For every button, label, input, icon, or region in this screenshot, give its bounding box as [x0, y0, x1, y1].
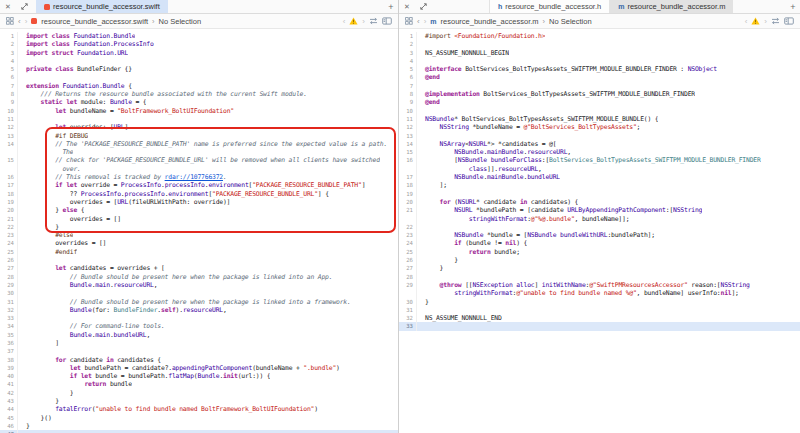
line-number[interactable]: 36	[0, 339, 18, 347]
code-line[interactable]: 38 for candidate in candidates {	[0, 356, 398, 364]
line-number[interactable]: 16	[0, 173, 18, 181]
line-number[interactable]: 44	[0, 405, 18, 413]
code-line[interactable]: 12 NSString *bundleName = @"BoltServices…	[399, 123, 800, 131]
code-line[interactable]: 25 return bundle;	[399, 248, 800, 256]
code-line[interactable]: 36 ]	[0, 339, 398, 347]
code-line[interactable]: 13 #if DEBUG	[0, 132, 398, 140]
code-line[interactable]: 15 // check for 'PACKAGE_RESOURCE_BUNDLE…	[0, 156, 398, 164]
code-line[interactable]: 32 Bundle(for: BundleFinder.self).resour…	[0, 306, 398, 314]
code-line[interactable]: 2	[399, 40, 800, 48]
back-icon[interactable]: ‹	[417, 17, 420, 26]
line-number[interactable]: 8	[399, 90, 417, 98]
code-line[interactable]: 30}	[399, 298, 800, 306]
code-line[interactable]: 10 let bundleName = "BoltFramework_BoltU…	[0, 107, 398, 115]
next-issue-icon[interactable]: ›	[362, 17, 365, 26]
line-number[interactable]: 35	[0, 331, 18, 339]
code-line[interactable]: 34 // For command-line tools.	[0, 322, 398, 330]
breadcrumb-file[interactable]: resource_bundle_accessor.swift	[41, 17, 148, 26]
line-number[interactable]	[0, 165, 18, 173]
close-editor-icon[interactable]: ✕	[0, 0, 16, 13]
line-number[interactable]: 22	[0, 223, 18, 231]
line-number[interactable]: 21	[0, 215, 18, 223]
code-line[interactable]: 3import struct Foundation.URL	[0, 49, 398, 57]
code-line[interactable]: 14 // The 'PACKAGE_RESOURCE_BUNDLE_PATH'…	[0, 140, 398, 148]
code-line[interactable]: 6@end	[399, 73, 800, 81]
code-line[interactable]: 15 NSBundle.mainBundle.resourceURL,	[399, 148, 800, 156]
code-line[interactable]: 42 }	[0, 389, 398, 397]
line-number[interactable]: 26	[0, 256, 18, 264]
code-line[interactable]: 19 overrides = [URL(fileURLWithPath: ove…	[0, 198, 398, 206]
code-line[interactable]: 33	[0, 314, 398, 322]
code-line[interactable]: 39 let bundlePath = candidate?.appending…	[0, 364, 398, 372]
code-line[interactable]: The	[0, 148, 398, 156]
code-line[interactable]: 24 overrides = []	[0, 239, 398, 247]
code-line[interactable]: 8 /// Returns the resource bundle associ…	[0, 90, 398, 98]
line-number[interactable]: 24	[0, 239, 18, 247]
line-number[interactable]: 37	[0, 347, 18, 355]
add-editor-icon[interactable]	[382, 17, 392, 25]
prev-issue-icon[interactable]: ‹	[343, 17, 346, 26]
line-number[interactable]: 3	[0, 49, 18, 57]
line-number[interactable]: 38	[0, 356, 18, 364]
line-number[interactable]: 43	[0, 397, 18, 405]
code-line[interactable]: 16 [NSBundle bundleForClass:[BoltService…	[399, 156, 800, 164]
adjust-editor-options-icon[interactable]	[771, 17, 780, 25]
line-number[interactable]: 9	[0, 98, 18, 106]
line-number[interactable]: 15	[0, 156, 18, 164]
line-number[interactable]: 17	[399, 173, 417, 181]
code-line[interactable]: 23 #else	[0, 231, 398, 239]
code-line[interactable]: 28	[399, 273, 800, 281]
code-line[interactable]: 4	[399, 57, 800, 65]
add-tab-icon[interactable]: +	[384, 0, 398, 13]
line-number[interactable]: 32	[0, 306, 18, 314]
next-issue-icon[interactable]: ›	[764, 17, 767, 26]
code-line[interactable]: 40 if let bundle = bundlePath.flatMap(Bu…	[0, 372, 398, 380]
line-number[interactable]: 29	[0, 281, 18, 289]
code-line[interactable]: 27 }	[399, 264, 800, 272]
line-number[interactable]: 6	[0, 73, 18, 81]
line-number[interactable]: 39	[0, 364, 18, 372]
related-items-icon[interactable]	[6, 17, 14, 25]
line-number[interactable]: 24	[399, 239, 417, 247]
line-number[interactable]: 9	[399, 98, 417, 106]
line-number[interactable]: 1	[399, 32, 417, 40]
current-code-line[interactable]: 33	[399, 322, 800, 330]
add-tab-icon[interactable]: +	[786, 0, 800, 13]
code-line[interactable]: 11	[0, 115, 398, 123]
line-number[interactable]: 34	[0, 322, 18, 330]
line-number[interactable]: 25	[399, 248, 417, 256]
line-number[interactable]: 23	[0, 231, 18, 239]
code-line[interactable]: 32NS_ASSUME_NONNULL_END	[399, 314, 800, 322]
breadcrumb-selection[interactable]: No Selection	[159, 17, 202, 26]
line-number[interactable]: 18	[399, 181, 417, 189]
code-line[interactable]: 5@interface BoltServices_BoltTypesAssets…	[399, 65, 800, 73]
forward-icon[interactable]: ›	[424, 17, 427, 26]
line-number[interactable]: 2	[399, 40, 417, 48]
code-line[interactable]: 19	[399, 190, 800, 198]
warning-icon[interactable]	[349, 17, 358, 25]
line-number[interactable]: 20	[0, 206, 18, 214]
code-line[interactable]: 18 ?? ProcessInfo.processInfo.environmen…	[0, 190, 398, 198]
line-number[interactable]: 28	[399, 273, 417, 281]
code-line[interactable]: 12 let overrides: [URL]	[0, 123, 398, 131]
code-line[interactable]: 24 if (bundle != nil) {	[399, 239, 800, 247]
back-icon[interactable]: ‹	[18, 17, 21, 26]
code-line[interactable]: 23 NSBundle *bundle = [NSBundle bundleWi…	[399, 231, 800, 239]
line-number[interactable]: 42	[0, 389, 18, 397]
adjust-editor-options-icon[interactable]	[369, 17, 378, 25]
code-line[interactable]: 22	[399, 223, 800, 231]
tab-resource-bundle-accessor-m[interactable]: m resource_bundle_accessor.m	[610, 0, 733, 13]
code-line[interactable]: over.	[0, 165, 398, 173]
line-number[interactable]: 30	[399, 298, 417, 306]
breadcrumb-selection[interactable]: No Selection	[549, 17, 592, 26]
line-number[interactable]	[399, 215, 417, 223]
line-number[interactable]: 32	[399, 314, 417, 322]
line-number[interactable]: 2	[0, 40, 18, 48]
line-number[interactable]: 19	[0, 198, 18, 206]
prev-issue-icon[interactable]: ‹	[745, 17, 748, 26]
code-line[interactable]: 20 for (NSURL* candidate in candidates) …	[399, 198, 800, 206]
warning-icon[interactable]	[751, 17, 760, 25]
line-number[interactable]: 18	[0, 190, 18, 198]
code-line[interactable]: 14 NSArray<NSURL*> *candidates = @[	[399, 140, 800, 148]
code-line[interactable]: 11NSBundle* BoltServices_BoltTypesAssets…	[399, 115, 800, 123]
